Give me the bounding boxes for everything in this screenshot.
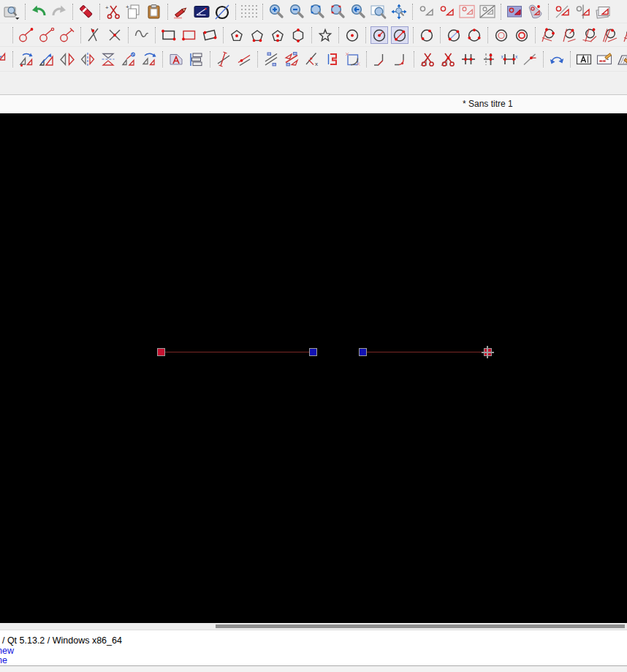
divide-button[interactable] (419, 50, 436, 68)
trim-button[interactable] (215, 50, 232, 68)
copy-button[interactable]: + (125, 3, 142, 20)
line-entity[interactable] (364, 352, 484, 352)
select-contour-button[interactable] (526, 3, 544, 20)
grid-snap-button[interactable] (240, 3, 258, 20)
circle-concentric-distance-button[interactable] (513, 26, 531, 44)
move-rotate-button[interactable] (120, 50, 137, 68)
line-orthogonal-button[interactable] (58, 26, 76, 44)
edit-dimension-button[interactable]: .1 (596, 50, 613, 68)
cut-intersection-manual-button[interactable] (480, 50, 498, 68)
circle-tangent-4-button[interactable] (601, 26, 619, 44)
zoom-auto-button[interactable] (308, 3, 326, 20)
scrollbar-thumb[interactable] (216, 624, 625, 628)
console-link-1[interactable]: new (0, 646, 14, 656)
mirror-axis-button[interactable] (79, 50, 96, 68)
edit-hatch-icon (616, 50, 627, 68)
invert-selection-button[interactable] (506, 3, 523, 20)
mirror-horizontal-button[interactable] (99, 50, 117, 68)
console-link-2[interactable]: ne (0, 655, 7, 665)
horizontal-scrollbar[interactable] (0, 623, 627, 630)
trim-one-button[interactable] (235, 50, 253, 68)
rotate-two-button[interactable] (140, 50, 158, 68)
polygon-center-point-button[interactable] (228, 26, 246, 44)
line-freehand-button[interactable] (133, 26, 151, 44)
line-tangent-circle-button[interactable] (38, 26, 56, 44)
circle-concentric-button[interactable] (493, 26, 510, 44)
workspace-switcher-button[interactable] (3, 3, 20, 20)
toolbar-separator (12, 27, 13, 43)
rectangle-rotated-button[interactable] (201, 26, 218, 44)
deselect-all-button[interactable] (417, 3, 435, 20)
select-window-button[interactable] (458, 3, 476, 20)
circle-tangent-5-button[interactable] (622, 26, 627, 44)
edit-hatch-button[interactable] (616, 50, 627, 68)
cut-intersection-button[interactable] (460, 50, 477, 68)
line-tangent-point-button[interactable] (18, 26, 35, 44)
rotate-button[interactable] (18, 50, 35, 68)
document-tab[interactable]: * Sans titre 1 (463, 99, 513, 109)
circle-center-point-button[interactable] (343, 26, 361, 44)
stretch-button[interactable] (521, 50, 539, 68)
scale-button[interactable] (38, 50, 56, 68)
offset-button[interactable] (324, 50, 341, 68)
lengthen-button[interactable]: x (303, 50, 321, 68)
undo-button[interactable] (30, 3, 48, 20)
select-layer-button[interactable] (594, 3, 612, 20)
zoom-pan-button[interactable] (390, 3, 408, 20)
offset-arc-button[interactable] (344, 50, 362, 68)
move-copy-button[interactable] (0, 50, 8, 68)
zoom-back-button[interactable] (349, 3, 367, 20)
bevel-button[interactable] (371, 50, 389, 68)
trim-both-button[interactable] (283, 50, 300, 68)
rectangle-button[interactable] (160, 26, 178, 44)
deselect-intersected-button[interactable] (574, 3, 591, 20)
circle-2-points-diameter-button[interactable] (445, 26, 463, 44)
mirror-button[interactable] (58, 50, 76, 68)
trim-two-button[interactable] (262, 50, 280, 68)
drawing-canvas[interactable] (0, 113, 627, 623)
endpoint-handle[interactable] (157, 348, 165, 356)
revert-arc-button[interactable] (548, 50, 566, 68)
zoom-out-button[interactable] (288, 3, 305, 20)
endpoint-handle[interactable] (359, 348, 367, 356)
select-intersected-button[interactable] (553, 3, 571, 20)
polygon-star-button[interactable] (316, 26, 334, 44)
cut-button[interactable]: + (104, 3, 122, 20)
circle-2-points-button[interactable] (418, 26, 436, 44)
draft-mode-button[interactable] (213, 3, 231, 20)
polygon-hexagon-button[interactable] (289, 26, 307, 44)
redo-button[interactable] (50, 3, 68, 20)
circle-tangent-1-button[interactable] (540, 26, 558, 44)
edit-text-button[interactable] (575, 50, 593, 68)
paste-button[interactable] (145, 3, 163, 20)
line-tangent-partial-button[interactable] (0, 26, 8, 44)
circle-tangent-2-button[interactable] (560, 26, 578, 44)
circle-diameter-button[interactable] (391, 26, 408, 44)
delete-selected-button[interactable] (77, 3, 95, 20)
drawing-preferences-button[interactable] (193, 3, 210, 20)
toolbar-separator (412, 4, 413, 20)
polygon-center-corner-button[interactable] (269, 26, 286, 44)
zoom-in-button[interactable] (267, 3, 285, 20)
cut-between-button[interactable]: xx (501, 50, 518, 68)
line-bisector-button[interactable] (106, 26, 123, 44)
line-angle-cross-button[interactable] (86, 26, 103, 44)
zoom-window-button[interactable] (370, 3, 387, 20)
endpoint-handle[interactable] (309, 348, 317, 356)
attributes-button[interactable] (167, 50, 185, 68)
circle-radius-button[interactable] (370, 26, 388, 44)
endpoint-handle[interactable] (484, 348, 492, 356)
select-all-button[interactable] (438, 3, 455, 20)
divide-2-button[interactable] (439, 50, 457, 68)
line-entity[interactable] (162, 352, 312, 352)
circle-tangent-3-button[interactable] (581, 26, 598, 44)
pen-edit-button[interactable] (172, 3, 190, 20)
zoom-previous-button[interactable] (329, 3, 346, 20)
mirror-horizontal-icon (99, 50, 117, 68)
polygon-2-corners-button[interactable] (248, 26, 266, 44)
deselect-window-button[interactable] (479, 3, 496, 20)
fillet-button[interactable] (392, 50, 409, 68)
order-button[interactable] (188, 50, 205, 68)
rectangle-size-button[interactable] (180, 26, 198, 44)
circle-3-points-button[interactable] (466, 26, 483, 44)
